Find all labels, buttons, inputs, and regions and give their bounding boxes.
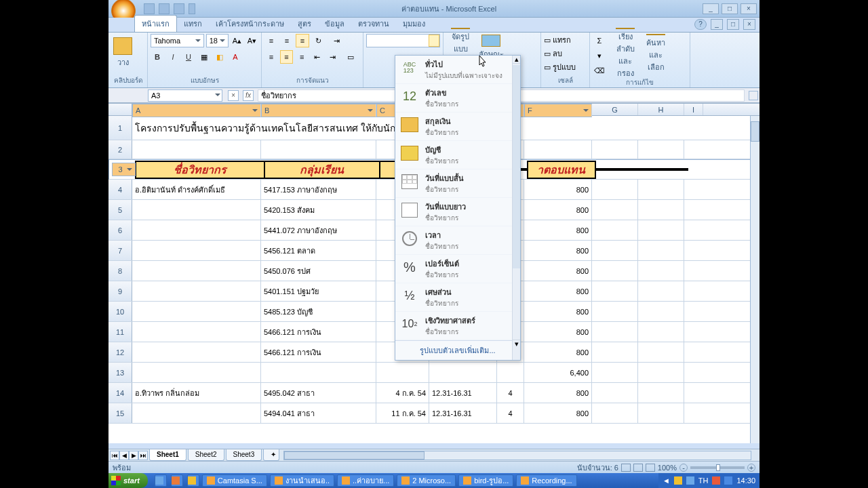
paste-button[interactable]: วาง [111,34,134,72]
sheet-tab-3[interactable]: Sheet3 [226,449,262,461]
title-cell[interactable]: โครงการปรับพื้นฐานความรู้ด้านเทคโนโลยีสา… [132,116,648,140]
number-format-dropdown[interactable] [366,34,440,47]
format-number[interactable]: 12 ตัวเลขชื่อวิทยากร [395,84,520,113]
view-normal-icon[interactable] [621,464,631,472]
undo-icon[interactable] [159,3,170,14]
select-all-corner[interactable] [108,104,132,115]
indent-inc-button[interactable]: ⇥ [326,50,340,64]
format-longdate[interactable]: วันที่แบบยาวชื่อวิทยากร [395,198,520,226]
bold-button[interactable]: B [151,50,164,64]
grow-font-button[interactable]: A▴ [231,34,243,47]
tray-icon[interactable] [686,476,694,485]
close-button[interactable]: × [741,3,757,14]
taskbar-item[interactable]: ..ค่าอบาย... [337,474,394,487]
tab-data[interactable]: ข้อมูล [318,16,351,32]
merge-button[interactable]: ▭ [341,50,360,64]
italic-button[interactable]: I [166,50,180,64]
sort-filter-button[interactable]: เรียงลำดับ และกรอง [611,34,639,73]
format-general[interactable]: ABC123 ทั่วไปไม่มีรูปแบบที่เฉพาะเจาะจง [395,56,520,84]
align-left-button[interactable]: ≡ [264,50,278,64]
expand-formula-button[interactable] [749,91,758,100]
scroll-down-icon[interactable]: ▾ [513,340,520,348]
shrink-font-button[interactable]: A▾ [245,34,258,47]
clear-button[interactable]: ⌫ [593,64,606,77]
fill-color-button[interactable]: ◧ [213,50,226,64]
border-button[interactable]: ▦ [197,50,211,64]
prev-sheet-button[interactable]: ◀ [119,451,129,460]
fx-button[interactable]: fx [243,90,254,101]
tray-clock[interactable]: 14:30 [736,476,755,485]
redo-icon[interactable] [174,3,184,14]
find-select-button[interactable]: ค้นหาและ เลือก [642,34,670,73]
start-button[interactable]: start [108,473,148,488]
quicklaunch-1[interactable] [155,474,167,487]
format-percent[interactable]: % เปอร์เซ็นต์ชื่อวิทยากร [395,255,520,283]
tray-icon[interactable] [712,476,720,485]
zoom-in-button[interactable]: + [747,464,755,472]
quicklaunch-2[interactable] [171,474,183,487]
tab-home[interactable]: หน้าแรก [134,15,177,32]
tray-icon[interactable] [674,476,682,485]
menu-scrollbar[interactable]: ▴ ▾ [512,56,520,360]
format-more[interactable]: รูปแบบตัวเลขเพิ่มเติม... [395,340,520,360]
number-format-arrow-icon[interactable] [429,35,439,47]
format-accounting[interactable]: บัญชีชื่อวิทยากร [395,141,520,169]
indent-dec-button[interactable]: ⇤ [311,50,324,64]
align-center-button[interactable]: ≡ [280,50,294,64]
sheet-tab-1[interactable]: Sheet1 [149,449,186,461]
delete-cells-button[interactable]: ▭ ลบ [544,47,587,60]
wrap-text-button[interactable]: ⇥ [327,34,346,47]
header-b[interactable]: กลุ่มเรียน [264,161,380,178]
col-h[interactable]: H [638,104,684,115]
format-time[interactable]: เวลาชื่อวิทยากร [395,226,520,255]
tab-view[interactable]: มุมมอง [396,16,432,32]
last-sheet-button[interactable]: ⏭ [138,451,148,460]
align-middle-button[interactable]: ≡ [280,34,294,47]
qat-more-icon[interactable] [189,3,195,14]
col-a[interactable]: A [132,104,261,117]
format-shortdate[interactable]: วันที่แบบสั้นชื่อวิทยากร [395,169,520,198]
align-right-button[interactable]: ≡ [295,50,309,64]
col-b[interactable]: B [261,104,376,117]
first-sheet-button[interactable]: ⏮ [110,451,119,460]
header-f[interactable]: าตอบแทน [528,161,595,178]
orientation-button[interactable]: ↻ [311,34,325,47]
help-icon[interactable]: ? [694,19,707,30]
tab-layout[interactable]: เค้าโครงหน้ากระดาษ [209,16,291,32]
zoom-slider[interactable] [690,466,745,469]
new-sheet-button[interactable]: ✦ [263,449,279,461]
fill-button[interactable]: ▾ [593,49,606,62]
align-bottom-button[interactable]: ≡ [296,34,309,47]
underline-button[interactable]: U [182,50,195,64]
taskbar-item[interactable]: Recording... [516,474,576,487]
next-sheet-button[interactable]: ▶ [129,451,138,460]
maximize-button[interactable]: □ [722,3,738,14]
format-currency[interactable]: สกุลเงินชื่อวิทยากร [395,113,520,141]
autosum-button[interactable]: Σ [593,34,606,47]
ribbon-close-button[interactable]: × [743,19,755,30]
taskbar-item[interactable]: 2 Microso... [397,474,456,487]
save-icon[interactable] [144,3,155,14]
cancel-formula-button[interactable]: × [228,90,239,101]
font-select[interactable]: Tahoma [151,34,204,47]
taskbar-item[interactable]: งานนำเสนอ.. [270,474,334,487]
minimize-button[interactable]: _ [703,3,719,14]
name-box[interactable]: A3 [148,89,222,102]
col-f[interactable]: F [524,104,592,117]
system-tray[interactable]: ◄ TH 14:30 [658,473,760,488]
zoom-out-button[interactable]: - [679,464,688,472]
tray-lang[interactable]: TH [698,476,709,485]
quicklaunch-3[interactable] [187,474,199,487]
scroll-up-icon[interactable]: ▴ [513,56,520,64]
format-scientific[interactable]: 102 เชิงวิทยาศาสตร์ชื่อวิทยากร [395,312,520,340]
col-g[interactable]: G [592,104,638,115]
tab-formulas[interactable]: สูตร [291,16,318,32]
insert-cells-button[interactable]: ▭ แทรก [544,34,587,46]
horizontal-scrollbar[interactable] [283,451,751,460]
tab-insert[interactable]: แทรก [177,16,209,32]
align-top-button[interactable]: ≡ [264,34,278,47]
tab-review[interactable]: ตรวจทาน [351,16,396,32]
taskbar-item[interactable]: bird-รูปอ... [458,474,513,487]
header-a[interactable]: ชื่อวิทยากร [136,161,264,178]
ribbon-minimize-button[interactable]: _ [711,19,723,30]
